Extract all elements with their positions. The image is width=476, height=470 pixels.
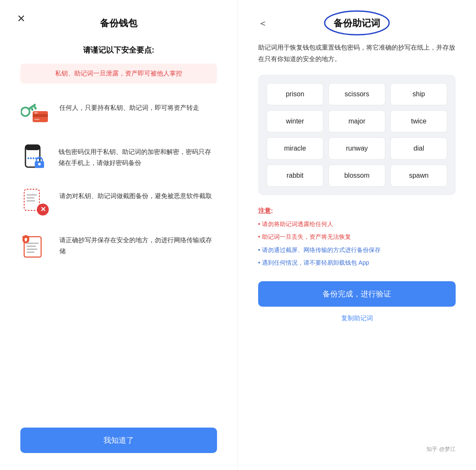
right-description: 助记词用于恢复钱包或重置钱包密码，将它准确的抄写在纸上，并存放在只有你知道的安全… (258, 42, 456, 64)
feature-text-screenshot: 请勿对私钥、助记词做截图备份，避免被恶意软件截取 (59, 187, 212, 201)
close-button[interactable]: ✕ (17, 14, 25, 24)
mnemonic-word-2: scissors (328, 83, 385, 105)
svg-rect-24 (27, 249, 37, 250)
note-item-1: 请勿将助记词透露给任何人 (258, 219, 456, 229)
note-item-2: 助记词一旦丢失，资产将无法恢复 (258, 232, 456, 241)
mnemonic-word-3: ship (390, 83, 447, 105)
notes-list: 请勿将助记词透露给任何人助记词一旦丢失，资产将无法恢复请勿通过截屏、网络传输的方… (258, 219, 456, 268)
svg-rect-15 (27, 197, 34, 199)
feature-list: 任何人，只要持有私钥、助记词，即可将资产转走 ●●●●●● (20, 99, 217, 411)
left-panel: ✕ 备份钱包 请谨记以下安全要点: 私钥、助记词一旦泄露，资产即可被他人掌控 (0, 0, 238, 470)
mnemonic-word-1: prison (267, 83, 323, 105)
screenshot-icon: ✕ (20, 187, 51, 218)
mnemonic-word-5: major (328, 110, 385, 132)
mnemonic-word-12: spawn (390, 165, 447, 187)
svg-rect-14 (27, 194, 37, 196)
right-panel: ＜ 备份助记词 助记词用于恢复钱包或重置钱包密码，将它准确的抄写在纸上，并存放在… (238, 0, 476, 470)
warning-banner: 私钥、助记词一旦泄露，资产即可被他人掌控 (20, 64, 217, 84)
note-item-4: 遇到任何情况，请不要轻易卸载钱包 App (258, 258, 456, 267)
svg-rect-7 (34, 112, 38, 114)
svg-rect-6 (34, 119, 39, 120)
document-icon (20, 231, 51, 262)
svg-rect-21 (25, 239, 27, 241)
feature-item-key: 任何人，只要持有私钥、助记词，即可将资产转走 (20, 99, 217, 129)
notes-section: 注意: 请勿将助记词透露给任何人助记词一旦丢失，资产将无法恢复请勿通过截屏、网络… (258, 207, 456, 268)
svg-text:✕: ✕ (40, 206, 46, 213)
phone-lock-icon: ●●●●●● (20, 143, 50, 173)
svg-rect-16 (27, 200, 35, 201)
feature-text-phone: 钱包密码仅用于私钥、助记词的加密和解密，密码只存储在手机上，请做好密码备份 (58, 143, 217, 168)
back-button[interactable]: ＜ (258, 19, 267, 28)
watermark: 知乎 @梦江 (258, 437, 456, 453)
mnemonic-word-10: rabbit (267, 165, 323, 187)
acknowledge-button[interactable]: 我知道了 (20, 428, 217, 453)
left-title: 备份钱包 (20, 17, 217, 30)
svg-rect-5 (33, 114, 48, 117)
mnemonic-word-7: miracle (267, 137, 323, 159)
left-subtitle: 请谨记以下安全要点: (20, 45, 217, 55)
mnemonic-grid: prisonscissorsshipwintermajortwicemiracl… (258, 75, 456, 195)
notes-title: 注意: (258, 207, 456, 215)
svg-rect-22 (27, 243, 39, 244)
feature-text-document: 请正确抄写并保存在安全的地方，勿进行网络传输或存储 (59, 231, 217, 256)
copy-mnemonic-link[interactable]: 复制助记词 (258, 314, 456, 322)
feature-item-phone: ●●●●●● 钱包密码仅用于私钥、助记词的加密和解密，密码只存储在手机上，请做好… (20, 143, 217, 173)
mnemonic-word-8: runway (328, 137, 385, 159)
mnemonic-word-6: twice (390, 110, 447, 132)
svg-point-12 (38, 163, 41, 165)
mnemonic-word-9: dial (390, 137, 447, 159)
feature-item-document: 请正确抄写并保存在安全的地方，勿进行网络传输或存储 (20, 231, 217, 262)
right-title: 备份助记词 (274, 17, 440, 30)
svg-rect-13 (24, 189, 39, 210)
svg-rect-25 (27, 252, 34, 253)
key-card-icon (20, 99, 51, 129)
note-item-3: 请勿通过截屏、网络传输的方式进行备份保存 (258, 245, 456, 255)
right-header: ＜ 备份助记词 (258, 17, 456, 30)
feature-text-key: 任何人，只要持有私钥、助记词，即可将资产转走 (59, 99, 199, 113)
verify-button[interactable]: 备份完成，进行验证 (258, 281, 456, 307)
feature-item-screenshot: ✕ 请勿对私钥、助记词做截图备份，避免被恶意软件截取 (20, 187, 217, 218)
mnemonic-word-11: blossom (328, 165, 385, 187)
svg-rect-23 (27, 246, 36, 247)
svg-rect-9 (25, 145, 40, 150)
mnemonic-word-4: winter (267, 110, 323, 132)
